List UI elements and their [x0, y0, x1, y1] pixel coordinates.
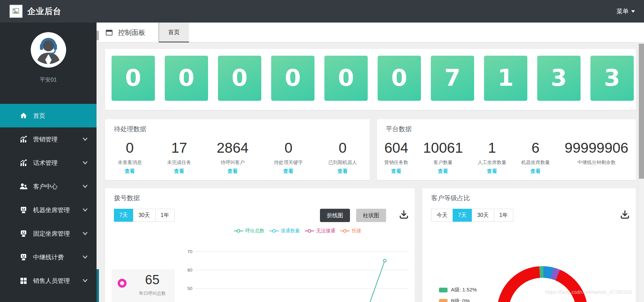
stat-value: 0 — [274, 140, 303, 155]
watermark: https://blog.csdn.net/weixin_47292020 — [545, 289, 632, 295]
sidebar-item-label: 固定坐席管理 — [33, 230, 70, 238]
stat-robot-agents: 6 机器坐席数量 查看 — [521, 140, 550, 175]
view-link[interactable]: 查看 — [384, 168, 408, 175]
sidebar-scrollbar-thumb[interactable] — [97, 31, 99, 40]
sidebar-scrollbar-thumb-active[interactable] — [97, 269, 99, 302]
chevron-down-icon — [83, 161, 88, 165]
legend-item-grade-b[interactable]: B级: 0% — [439, 298, 477, 302]
sidebar-item-marketing[interactable]: 营销管理 — [0, 127, 97, 151]
counter-card: 1 — [484, 56, 527, 101]
sidebar-item-label: 营销管理 — [33, 135, 58, 143]
tab-label: 首页 — [168, 28, 180, 36]
stat-value: 0 — [328, 140, 357, 155]
range-button-today[interactable]: 今天 — [431, 209, 453, 222]
stat-expired-robots: 0 已到期机器人 查看 — [328, 140, 357, 175]
stat-label: 待处理关键字 — [274, 160, 303, 166]
stat-value: 10061 — [423, 140, 463, 155]
legend-item-grade-a[interactable]: A级: 1.52% — [439, 287, 477, 293]
customer-grade-panel: 客户等级占比 今天 7天 30天 1年 A级: 1.52% B级: 0% — [422, 188, 636, 302]
summary-label: 昨日呼叫总数 — [132, 290, 173, 297]
counter-card: 0 — [271, 56, 314, 101]
tab-home[interactable]: 首页 — [159, 23, 189, 42]
stats-row: 604 营销任务数 查看 10061 客户数量 查看 1 人工坐席数量 查看 6… — [377, 140, 636, 175]
stat-value: 0 — [118, 140, 142, 155]
view-link[interactable]: 查看 — [423, 168, 463, 175]
sidebar-item-trunk-billing[interactable]: 中继线计费 — [0, 245, 97, 269]
grid-icon — [19, 277, 28, 285]
view-link[interactable]: 查看 — [118, 168, 142, 175]
robot-icon — [19, 253, 28, 261]
sidebar-item-label: 话术管理 — [33, 159, 58, 167]
sidebar-item-label: 机器坐席管理 — [33, 206, 70, 214]
stat-label: 中继线分钟剩余数 — [565, 160, 628, 166]
summary-value: 65 — [136, 273, 169, 287]
download-icon[interactable] — [619, 209, 630, 220]
pie-legend: A级: 1.52% B级: 0% — [439, 287, 477, 302]
range-button-1y[interactable]: 1年 — [494, 209, 513, 222]
dial-data-panel: 拨号数据 7天 30天 1年 折线图 柱状图 呼出总数 接通数量 无法接通 拒接… — [105, 188, 415, 302]
legend-swatch — [439, 288, 448, 292]
counter-card: 7 — [431, 56, 474, 101]
window-icon — [106, 29, 113, 36]
home-icon — [19, 112, 28, 120]
stat-label: 待呼叫客户 — [217, 160, 248, 166]
view-link[interactable]: 查看 — [521, 168, 550, 175]
view-link[interactable]: 查看 — [217, 168, 248, 175]
range-button-30d[interactable]: 30天 — [472, 209, 494, 222]
range-button-7d[interactable]: 7天 — [453, 209, 472, 222]
stat-customer-count: 10061 客户数量 查看 — [423, 140, 463, 175]
stat-value: 2864 — [217, 140, 248, 155]
menu-dropdown[interactable]: 菜单 — [616, 0, 635, 23]
ring-icon — [118, 279, 127, 288]
stat-value: 604 — [384, 140, 408, 155]
view-link[interactable]: 查看 — [167, 168, 191, 175]
chevron-down-icon — [83, 137, 88, 141]
chevron-down-icon — [83, 184, 88, 189]
sidebar-item-label: 中继线计费 — [33, 253, 64, 261]
counter-card: 0 — [218, 56, 261, 101]
user-avatar — [31, 32, 66, 68]
robot-icon — [19, 206, 28, 214]
sidebar-item-fixed-agents[interactable]: 固定坐席管理 — [0, 222, 97, 245]
view-link[interactable]: 查看 — [328, 168, 357, 175]
app-header: 企业后台 菜单 — [0, 0, 644, 23]
sidebar-item-home[interactable]: 首页 — [0, 104, 97, 127]
stat-unread-messages: 0 未查看消息 查看 — [118, 140, 142, 175]
sidebar-item-robot-agents[interactable]: 机器坐席管理 — [0, 198, 97, 222]
yesterday-call-summary: 65 昨日呼叫总数 — [112, 269, 175, 302]
sidebar-item-customer-center[interactable]: 客户中心 — [0, 175, 97, 198]
page-scrollbar-thumb[interactable] — [639, 44, 644, 179]
stat-label: 人工坐席数量 — [478, 160, 506, 166]
stat-human-agents: 1 人工坐席数量 查看 — [478, 140, 506, 175]
data-point-marker — [383, 259, 386, 262]
page-scrollbar-track[interactable] — [639, 42, 644, 302]
stat-label: 未完成任务 — [167, 160, 191, 166]
sidebar-item-scripts[interactable]: 话术管理 — [0, 151, 97, 175]
sidebar-item-sales-staff[interactable]: 销售人员管理 — [0, 269, 97, 292]
stat-trunk-minutes: 99999906 中继线分钟剩余数 — [565, 140, 628, 175]
stat-value: 1 — [478, 140, 506, 155]
chevron-down-icon — [83, 208, 88, 212]
counter-cards-panel: 0 0 0 0 0 0 7 1 3 3 — [105, 49, 636, 110]
sidebar-item-label: 客户中心 — [33, 182, 58, 191]
platform-data-panel: 平台数据 604 营销任务数 查看 10061 客户数量 查看 1 人工坐席数量… — [377, 119, 636, 180]
view-link[interactable]: 查看 — [274, 168, 303, 175]
bar-chart-icon — [19, 159, 28, 167]
view-link[interactable]: 查看 — [478, 168, 506, 175]
grade-range-group: 今天 7天 30天 1年 — [431, 209, 513, 222]
chevron-down-icon — [83, 278, 88, 283]
counter-card: 3 — [537, 56, 581, 101]
counter-card: 0 — [112, 56, 155, 101]
chevron-down-icon — [83, 231, 88, 236]
legend-label: B级: 0% — [451, 298, 470, 302]
panel-title: 平台数据 — [386, 125, 412, 134]
stat-unfinished-tasks: 17 未完成任务 查看 — [167, 140, 191, 175]
tab-control-panel[interactable]: 控制面板 — [106, 23, 159, 42]
stat-marketing-tasks: 604 营销任务数 查看 — [384, 140, 408, 175]
users-icon — [19, 182, 28, 191]
stat-value: 6 — [521, 140, 550, 155]
stat-pending-keywords: 0 待处理关键字 查看 — [274, 140, 303, 175]
stat-label: 营销任务数 — [384, 160, 408, 166]
panel-title: 客户等级占比 — [431, 194, 470, 203]
panel-title: 待处理数据 — [114, 125, 146, 134]
